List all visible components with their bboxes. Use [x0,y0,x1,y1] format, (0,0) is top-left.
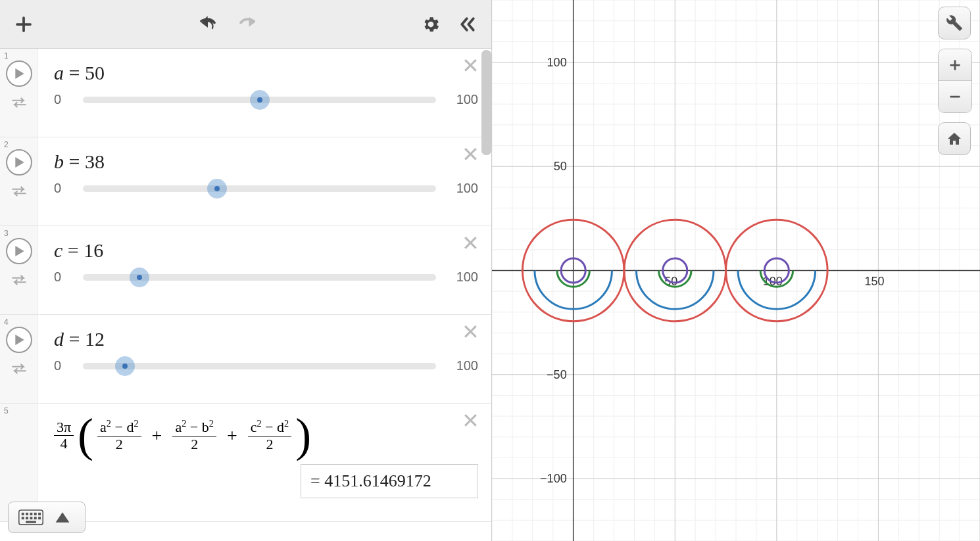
slider[interactable]: 0 100 [54,270,478,285]
svg-text:100: 100 [547,56,567,69]
expression-formula[interactable]: a = 50 [54,62,478,84]
delete-expression-button[interactable]: ✕ [462,55,479,76]
equals-sign: = [64,328,85,350]
variable-name: b [54,151,64,172]
svg-rect-11 [38,513,41,515]
expression-content[interactable]: ✕ a = 50 0 100 [38,49,491,137]
delete-expression-button[interactable]: ✕ [462,233,479,254]
slider-min[interactable]: 0 [54,181,74,196]
graph-canvas[interactable]: 50100150−100−5050100 [492,0,980,541]
row-index: 4 [4,318,9,327]
expression-content[interactable]: ✕ 3π 4 ( a2 − d2 2 + a2 − b2 2 + c2 − d2… [38,404,491,521]
row-index: 1 [4,51,9,60]
play-button[interactable] [6,238,32,264]
expression-formula[interactable]: c = 16 [54,239,478,262]
undo-button[interactable] [196,12,220,36]
slider-min[interactable]: 0 [54,270,74,285]
svg-rect-8 [26,513,28,515]
slider[interactable]: 0 100 [54,92,478,107]
loop-icon[interactable] [11,362,28,378]
slider-track[interactable] [83,363,436,369]
variable-name: a [54,62,64,83]
variable-value: 12 [85,328,105,350]
slider-thumb[interactable] [130,268,149,287]
row-index: 2 [4,140,9,149]
svg-text:50: 50 [554,160,567,173]
settings-button[interactable] [419,12,443,36]
toolbar [0,0,491,49]
expression-formula[interactable]: d = 12 [54,328,478,350]
graph-settings-button[interactable] [938,7,971,39]
formula-term: a2 − b2 2 [172,419,216,452]
svg-marker-5 [15,335,24,345]
slider-min[interactable]: 0 [54,92,74,107]
keyboard-icon [18,509,43,526]
expression-panel: 1 ✕ a = 50 0 100 2 [0,0,492,541]
expression-row[interactable]: 1 ✕ a = 50 0 100 [0,49,491,137]
delete-expression-button[interactable]: ✕ [462,144,479,165]
slider-max[interactable]: 100 [445,270,478,285]
loop-icon[interactable] [11,96,28,112]
graph-controls [938,7,972,155]
keypad-toggle-button[interactable] [8,502,86,533]
scrollbar[interactable] [481,50,491,155]
expression-formula[interactable]: b = 38 [54,151,478,173]
expression-row[interactable]: 4 ✕ d = 12 0 100 [0,315,491,404]
expression-content[interactable]: ✕ d = 12 0 100 [38,315,491,403]
open-paren: ( [78,417,93,455]
slider-thumb[interactable] [115,356,135,376]
svg-rect-17 [26,521,36,523]
equals-sign: = [62,239,84,261]
slider-track[interactable] [83,185,436,192]
zoom-in-button[interactable] [939,49,971,81]
slider[interactable]: 0 100 [54,358,478,373]
variable-value: 50 [85,62,105,83]
slider-max[interactable]: 100 [445,181,478,196]
svg-marker-18 [56,512,70,523]
svg-rect-7 [22,513,24,515]
expression-gutter: 1 [0,49,38,137]
result-value: = 4151.61469172 [301,464,478,498]
svg-text:−100: −100 [540,472,567,485]
delete-expression-button[interactable]: ✕ [462,321,479,342]
zoom-out-button[interactable] [939,81,971,112]
slider-thumb[interactable] [250,90,270,110]
expression-row[interactable]: 3 ✕ c = 16 0 100 [0,226,491,315]
play-button[interactable] [6,327,32,353]
collapse-panel-button[interactable] [456,12,479,36]
plus-sign: + [145,425,169,446]
delete-expression-button[interactable]: ✕ [462,410,479,431]
close-paren: ) [295,417,311,455]
home-button[interactable] [938,122,971,155]
variable-name: c [54,239,62,261]
play-button[interactable] [6,149,32,176]
loop-icon[interactable] [11,185,28,200]
formula-display[interactable]: 3π 4 ( a2 − d2 2 + a2 − b2 2 + c2 − d2 2… [54,417,478,455]
variable-value: 16 [84,239,103,261]
slider[interactable]: 0 100 [54,181,478,196]
expression-row[interactable]: 2 ✕ b = 38 0 100 [0,137,491,226]
svg-text:150: 150 [864,275,884,288]
svg-rect-10 [34,513,37,515]
slider-track[interactable] [83,274,436,281]
slider-track[interactable] [83,97,436,103]
plus-sign: + [220,425,244,446]
expression-content[interactable]: ✕ b = 38 0 100 [38,137,491,225]
svg-rect-12 [22,517,24,519]
redo-button[interactable] [235,12,259,36]
slider-thumb[interactable] [207,179,227,199]
expression-gutter: 3 [0,226,38,314]
slider-max[interactable]: 100 [445,358,478,373]
slider-max[interactable]: 100 [445,92,478,107]
svg-rect-9 [30,513,32,515]
coefficient: 3π 4 [54,419,74,452]
add-expression-button[interactable] [12,12,36,36]
svg-marker-2 [15,68,24,79]
formula-term: a2 − d2 2 [97,419,141,452]
loop-icon[interactable] [11,273,28,289]
expression-list[interactable]: 1 ✕ a = 50 0 100 2 [0,49,491,541]
expression-content[interactable]: ✕ c = 16 0 100 [38,226,491,314]
graph-panel[interactable]: 50100150−100−5050100 [492,0,980,541]
slider-min[interactable]: 0 [54,358,74,373]
play-button[interactable] [6,60,32,87]
